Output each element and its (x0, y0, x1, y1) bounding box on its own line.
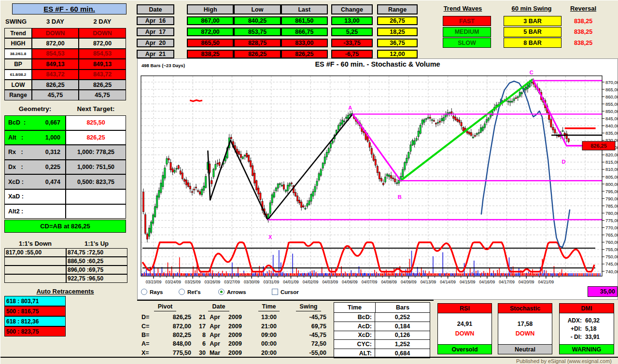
radio-arrows[interactable]: Arrows (218, 289, 246, 295)
candle-body (511, 101, 513, 102)
candle-body (172, 168, 173, 172)
candle-body (558, 136, 560, 137)
tick-strip-mark (298, 273, 299, 276)
pivot-name: B= (139, 332, 155, 338)
tick-strip-mark (261, 273, 262, 276)
tick-strip-mark (420, 273, 421, 276)
cursor-checkbox-icon[interactable] (272, 289, 278, 295)
pivot-year: 2009 (224, 314, 246, 321)
reversal-title: Reversal (564, 5, 602, 12)
tick-strip-mark (393, 273, 393, 276)
geometry-row-ratio: 0,474 (24, 179, 60, 185)
candle-body (414, 140, 415, 144)
candle-body (488, 118, 489, 120)
tick-strip-mark (204, 273, 205, 276)
geometry-target-cell (66, 189, 126, 204)
tick-strip-mark (370, 273, 371, 276)
tick-strip-mark (156, 273, 157, 276)
tick-strip-mark (556, 273, 557, 276)
trend-wave-slow: SLOW (443, 38, 491, 48)
tick-strip-mark (539, 273, 540, 276)
tick-strip-mark (426, 273, 427, 276)
status-bar: Published by eSignal (www.esignal.com) (0, 358, 615, 364)
tick-strip-mark (542, 273, 543, 276)
rays-radio-icon[interactable] (141, 289, 147, 295)
tick-strip-mark (234, 273, 235, 276)
tick-strip-mark (386, 273, 387, 276)
table-row: -33,75 (331, 39, 373, 47)
candle-body (337, 126, 339, 130)
pivot-month: Apr (206, 323, 224, 330)
tick-strip-mark (200, 273, 201, 276)
tick-strip-mark (439, 273, 440, 276)
candle-body (187, 182, 189, 186)
tick-strip-mark (321, 273, 322, 276)
reversal-value: 838,25 (564, 27, 602, 37)
candle-body (242, 157, 243, 159)
cursor-label: Cursor (281, 289, 299, 295)
tick-strip-mark (507, 273, 508, 276)
tick-strip-mark (548, 273, 549, 276)
tick-strip-mark (474, 273, 475, 276)
tick-strip-mark (292, 273, 293, 276)
candle-body (258, 188, 259, 194)
tick-strip-mark (575, 273, 576, 276)
arrows-radio-icon[interactable] (218, 289, 225, 295)
dmi-line-value: 5,18 (582, 325, 596, 332)
y-axis-label: 780,00 (605, 210, 618, 216)
tick-strip-mark (267, 273, 268, 276)
tick-strip-mark (593, 273, 594, 276)
geometry-row-ratio: 0,312 (23, 149, 60, 155)
radio-rets[interactable]: Ret's (179, 289, 201, 295)
x-axis-label: 04/20/09 (519, 280, 534, 284)
indicator-direction: DOWN (516, 330, 535, 337)
candle-body (203, 186, 205, 190)
tick-strip-mark (336, 273, 337, 276)
y-axis-label: 850,00 (605, 109, 618, 114)
candle-body (238, 151, 239, 154)
tick-strip-mark (225, 273, 226, 276)
tick-strip-mark (345, 273, 346, 276)
candle-body (463, 127, 464, 131)
candle-body (174, 170, 175, 172)
tick-strip-mark (357, 273, 358, 276)
tick-strip-mark (485, 273, 486, 276)
column-header: Range (377, 4, 418, 14)
rets-radio-icon[interactable] (179, 289, 185, 295)
cursor-checkbox-item[interactable]: Cursor (272, 289, 299, 295)
candle-body (550, 120, 552, 127)
y-axis-label: 815,00 (605, 159, 618, 165)
tick-strip-mark (173, 273, 174, 276)
radio-rays[interactable]: Rays (141, 289, 163, 295)
table-header-row: Date (137, 4, 174, 14)
tick-strip-mark (564, 273, 565, 276)
tick-strip-mark (523, 273, 524, 276)
tick-strip-mark (415, 273, 416, 276)
dmi-line-value: 60,32 (582, 317, 600, 324)
candle-body (240, 154, 241, 157)
indicator-value: 24,91 (457, 321, 472, 327)
tick-strip-mark (586, 273, 587, 276)
tick-strip-mark (414, 273, 415, 276)
tick-strip-mark (372, 273, 373, 276)
tick-strip-mark (433, 273, 434, 276)
tick-strip-mark (522, 273, 523, 276)
candle-body (149, 228, 150, 237)
candle-body (156, 196, 158, 208)
timebars-row: AcD:0,184 (334, 322, 430, 331)
swing-row-label: HIGH (4, 38, 32, 48)
candle-body (425, 119, 427, 120)
tick-strip-mark (592, 273, 593, 276)
tick-strip-mark (455, 273, 456, 276)
tick-strip-mark (397, 273, 398, 276)
geometry-row-ratio: 1,000 (23, 134, 60, 141)
tick-strip-mark (459, 273, 460, 276)
swing-col1-header: 3 DAY (32, 18, 79, 25)
tick-strip-mark (551, 273, 552, 276)
tick-strip-mark (510, 273, 511, 276)
timebars-row: BcD:0,252 (334, 313, 430, 322)
table-row: Apr 20 (137, 39, 174, 47)
tick-strip-mark (424, 273, 425, 276)
tick-strip-mark (396, 273, 397, 276)
tick-strip-mark (268, 273, 269, 276)
